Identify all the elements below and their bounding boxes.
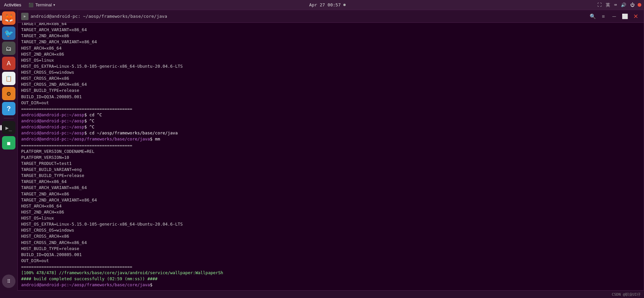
line-12: HOST_BUILD_TYPE=release	[21, 87, 640, 94]
line-11: HOST_CROSS_2ND_ARCH=x86_64	[21, 81, 640, 87]
line-25: TARGET_ARCH=x86_64	[21, 179, 640, 185]
main-area: 🦊 🐦 🗂 A 📋 ⚙ ? ▶_ ◼ ⠿	[0, 10, 644, 291]
line-5: HOST_ARCH=x86_64	[21, 45, 640, 51]
terminal-menu-button[interactable]: ⬛ Terminal ▾	[25, 0, 58, 10]
store-dock-icon[interactable]: A	[2, 57, 15, 70]
line-28: TARGET_2ND_ARCH_VARIANT=x86_64	[21, 197, 640, 203]
store-icon-symbol: A	[7, 60, 11, 67]
line-sep3: ========================================…	[21, 264, 640, 270]
line-30: HOST_2ND_ARCH=x86	[21, 209, 640, 215]
keyboard-icon[interactable]: ⌨	[613, 2, 618, 7]
terminal-title-left: ▶ android@android-pc: ~/aosp/frameworks/…	[21, 13, 167, 20]
activities-button[interactable]: Activities	[0, 0, 25, 10]
line-26: TARGET_ARCH_VARIANT=x86_64	[21, 185, 640, 191]
line-6: HOST_2ND_ARCH=x86	[21, 51, 640, 57]
line-35: HOST_CROSS_2ND_ARCH=x86_64	[21, 240, 640, 246]
terminal-maximize-button[interactable]: ⬜	[620, 12, 630, 21]
line-1: TARGET_ARCH=x86_64	[21, 23, 640, 27]
line-sep2: ========================================…	[21, 142, 640, 148]
terminal-window: ▶ android@android-pc: ~/aosp/frameworks/…	[17, 10, 644, 291]
firefox-dock-icon[interactable]: 🦊	[2, 11, 15, 25]
line-4: TARGET_2ND_ARCH_VARIANT=x86_64	[21, 39, 640, 45]
network-icon[interactable]: ⛶	[596, 2, 603, 7]
show-apps-button[interactable]: ⠿	[2, 275, 15, 288]
line-3: TARGET_2ND_ARCH=x86	[21, 33, 640, 39]
line-19: android@android-pc:~/aosp/frameworks/bas…	[21, 136, 640, 142]
line-21: PLATFORM_VERSION=10	[21, 155, 640, 161]
top-bar-center: Apr 27 00:57	[309, 2, 346, 7]
line-36: HOST_BUILD_TYPE=release	[21, 246, 640, 252]
line-38: OUT_DIR=out	[21, 258, 640, 264]
line-23: TARGET_BUILD_VARIANT=eng	[21, 167, 640, 173]
terminal-title-controls: 🔍 ≡ ─ ⬜ ✕	[588, 12, 640, 21]
terminal-title-bar: ▶ android@android-pc: ~/aosp/frameworks/…	[18, 10, 644, 23]
top-bar: Activities ⬛ Terminal ▾ Apr 27 00:57 ⛶ 英…	[0, 0, 644, 10]
line-39: [100% 478/478] //frameworks/base/core/ja…	[21, 270, 640, 276]
line-37: BUILD_ID=QQ3A.200805.001	[21, 252, 640, 258]
line-24: TARGET_BUILD_TYPE=release	[21, 173, 640, 179]
line-32: HOST_OS_EXTRA=Linux-5.15.0-105-generic-x…	[21, 221, 640, 227]
line-20: PLATFORM_VERSION_CODENAME=REL	[21, 148, 640, 155]
line-2: TARGET_ARCH_VARIANT=x86_64	[21, 27, 640, 33]
line-13: BUILD_ID=QQ3A.200805.001	[21, 94, 640, 100]
left-dock: 🦊 🐦 🗂 A 📋 ⚙ ? ▶_ ◼ ⠿	[0, 10, 17, 291]
terminal-search-button[interactable]: 🔍	[588, 12, 597, 21]
line-41: android@android-pc:~/aosp/frameworks/bas…	[21, 282, 640, 288]
power-icon[interactable]: ⏻	[629, 2, 636, 7]
terminal-title-text: android@android-pc: ~/aosp/frameworks/ba…	[31, 14, 167, 19]
terminal-icon-box-symbol: ▶	[24, 14, 26, 18]
terminal-menu-chevron: ▾	[53, 3, 55, 7]
line-27: TARGET_2ND_ARCH=x86	[21, 191, 640, 197]
line-33: HOST_CROSS_OS=windows	[21, 227, 640, 233]
close-dot	[638, 3, 641, 7]
terminal-close-button[interactable]: ✕	[631, 12, 640, 21]
line-17: android@android-pc:~/aosp$ ^C	[21, 124, 640, 130]
line-16: android@android-pc:~/aosp$ ^C	[21, 118, 640, 124]
terminal-menu-label: Terminal	[35, 2, 52, 7]
settings-dock-icon[interactable]: ⚙	[2, 87, 15, 100]
top-bar-right: ⛶ 英 ⌨ 🔊 ⏻	[596, 2, 644, 8]
line-7: HOST_OS=linux	[21, 57, 640, 63]
terminal-window-icon: ▶	[21, 13, 29, 20]
line-10: HOST_CROSS_ARCH=x86	[21, 75, 640, 81]
thunderbird-dock-icon[interactable]: 🐦	[2, 26, 15, 40]
line-34: HOST_CROSS_ARCH=x86	[21, 233, 640, 239]
help-icon-symbol: ?	[7, 105, 11, 113]
notes-icon-symbol: 📋	[5, 75, 12, 82]
terminal-dock-icon[interactable]: ▶_	[2, 121, 15, 134]
apps-grid-icon: ⠿	[7, 279, 10, 284]
line-sep1: ========================================…	[21, 106, 640, 112]
top-bar-left: Activities ⬛ Terminal ▾	[0, 0, 58, 10]
line-8: HOST_OS_EXTRA=Linux-5.15.0-105-generic-x…	[21, 63, 640, 69]
line-22: TARGET_PRODUCT=test1	[21, 161, 640, 167]
line-29: HOST_ARCH=x86_64	[21, 203, 640, 209]
bottom-bar: CSDN @职业UI仔	[0, 291, 644, 298]
line-31: HOST_OS=linux	[21, 215, 640, 221]
settings-icon-symbol: ⚙	[7, 90, 11, 98]
terminal-content[interactable]: TARGET_ARCH=x86_64 TARGET_ARCH_VARIANT=x…	[18, 23, 644, 290]
line-14: OUT_DIR=out	[21, 100, 640, 106]
help-dock-icon[interactable]: ?	[2, 102, 15, 115]
audio-icon[interactable]: 🔊	[620, 2, 627, 7]
terminal-menu-icon: ⬛	[29, 3, 34, 7]
bottom-bar-branding: CSDN @职业UI仔	[612, 292, 641, 297]
line-15: android@android-pc:~/aosp$ cd ^C	[21, 112, 640, 118]
line-40: #### build completed successfully (02:59…	[21, 276, 640, 282]
line-18: android@android-pc:~/aosp$ cd ~/aosp/fra…	[21, 130, 640, 136]
notes-dock-icon[interactable]: 📋	[2, 72, 15, 85]
files-dock-icon[interactable]: 🗂	[2, 42, 15, 55]
line-9: HOST_CROSS_OS=windows	[21, 69, 640, 75]
thunderbird-icon-symbol: 🐦	[4, 29, 13, 38]
green-app-dock-icon[interactable]: ◼	[2, 136, 15, 150]
files-icon-symbol: 🗂	[6, 45, 12, 52]
green-app-icon-symbol: ◼	[7, 139, 11, 146]
terminal-icon-symbol: ▶_	[5, 125, 12, 131]
lang-icon[interactable]: 英	[605, 2, 611, 8]
status-dot	[343, 4, 346, 6]
firefox-icon-symbol: 🦊	[4, 14, 13, 22]
datetime-label: Apr 27 00:57	[309, 2, 341, 7]
dock-separator	[4, 118, 14, 118]
terminal-menu-btn[interactable]: ≡	[599, 12, 608, 21]
terminal-minimize-button[interactable]: ─	[609, 12, 619, 21]
